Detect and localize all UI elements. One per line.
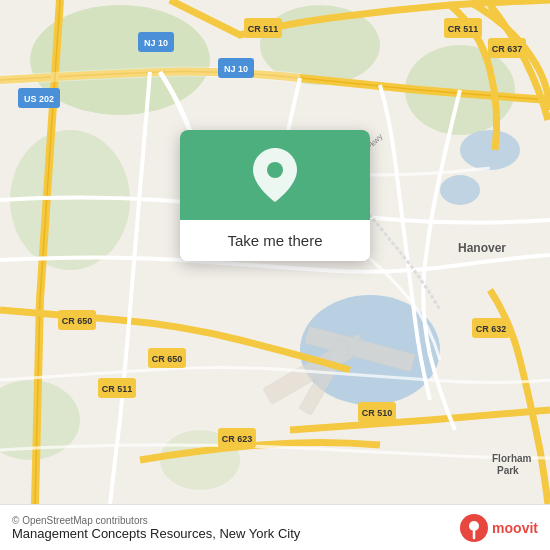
svg-text:CR 632: CR 632 bbox=[476, 324, 507, 334]
svg-text:CR 650: CR 650 bbox=[62, 316, 93, 326]
svg-point-43 bbox=[469, 521, 479, 531]
bottom-bar: © OpenStreetMap contributors Management … bbox=[0, 504, 550, 550]
popup-pin-area bbox=[180, 130, 370, 220]
svg-text:CR 637: CR 637 bbox=[492, 44, 523, 54]
svg-text:CR 511: CR 511 bbox=[248, 24, 279, 34]
svg-point-8 bbox=[460, 130, 520, 170]
map-container: NJ 10 NJ 10 US 202 CR 511 CR 511 CR 637 … bbox=[0, 0, 550, 550]
svg-text:US 202: US 202 bbox=[24, 94, 54, 104]
location-name: Management Concepts Resources, New York … bbox=[12, 526, 300, 541]
svg-text:NJ 10: NJ 10 bbox=[224, 64, 248, 74]
location-pin-icon bbox=[253, 148, 297, 202]
copyright-text: © OpenStreetMap contributors bbox=[12, 515, 300, 526]
svg-point-41 bbox=[267, 162, 283, 178]
svg-text:Florham: Florham bbox=[492, 453, 532, 464]
popup-card: Take me there bbox=[180, 130, 370, 261]
svg-text:Park: Park bbox=[497, 465, 519, 476]
svg-text:CR 650: CR 650 bbox=[152, 354, 183, 364]
moovit-icon bbox=[460, 514, 488, 542]
svg-text:CR 510: CR 510 bbox=[362, 408, 393, 418]
svg-text:NJ 10: NJ 10 bbox=[144, 38, 168, 48]
svg-text:CR 511: CR 511 bbox=[102, 384, 133, 394]
map-svg: NJ 10 NJ 10 US 202 CR 511 CR 511 CR 637 … bbox=[0, 0, 550, 550]
take-me-there-button[interactable]: Take me there bbox=[180, 220, 370, 261]
bottom-bar-left: © OpenStreetMap contributors Management … bbox=[12, 515, 300, 541]
moovit-text: moovit bbox=[492, 520, 538, 536]
svg-text:Hanover: Hanover bbox=[458, 241, 506, 255]
svg-text:CR 511: CR 511 bbox=[448, 24, 479, 34]
moovit-logo: moovit bbox=[460, 514, 538, 542]
svg-text:CR 623: CR 623 bbox=[222, 434, 253, 444]
svg-point-9 bbox=[440, 175, 480, 205]
